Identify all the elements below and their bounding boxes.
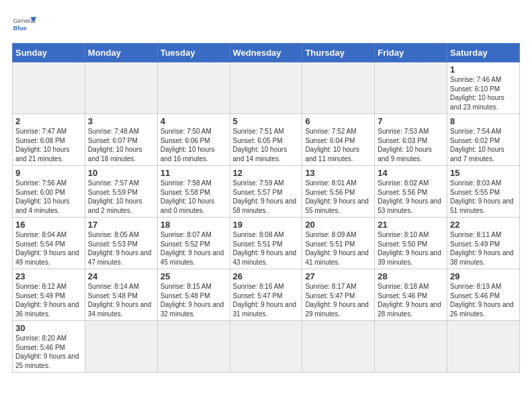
calendar-cell: 14Sunrise: 8:02 AM Sunset: 5:56 PM Dayli… bbox=[375, 166, 447, 218]
svg-text:Blue: Blue bbox=[13, 25, 26, 32]
calendar-cell: 21Sunrise: 8:10 AM Sunset: 5:50 PM Dayli… bbox=[375, 218, 447, 269]
day-info: Sunrise: 8:12 AM Sunset: 5:49 PM Dayligh… bbox=[15, 282, 82, 318]
day-info: Sunrise: 8:15 AM Sunset: 5:48 PM Dayligh… bbox=[161, 282, 227, 318]
calendar-row-1: 2Sunrise: 7:47 AM Sunset: 6:08 PM Daylig… bbox=[13, 114, 520, 166]
day-number: 22 bbox=[450, 220, 517, 230]
day-info: Sunrise: 8:14 AM Sunset: 5:48 PM Dayligh… bbox=[88, 282, 154, 318]
weekday-header-row: SundayMondayTuesdayWednesdayThursdayFrid… bbox=[13, 44, 520, 62]
day-info: Sunrise: 7:56 AM Sunset: 6:00 PM Dayligh… bbox=[15, 179, 82, 215]
day-info: Sunrise: 7:54 AM Sunset: 6:02 PM Dayligh… bbox=[450, 127, 517, 163]
day-number: 26 bbox=[233, 271, 300, 281]
day-info: Sunrise: 8:17 AM Sunset: 5:47 PM Dayligh… bbox=[305, 282, 371, 318]
day-number: 2 bbox=[15, 116, 82, 126]
day-number: 30 bbox=[15, 323, 82, 333]
day-number: 3 bbox=[88, 116, 154, 126]
calendar-cell: 10Sunrise: 7:57 AM Sunset: 5:59 PM Dayli… bbox=[85, 166, 157, 218]
calendar-table: SundayMondayTuesdayWednesdayThursdayFrid… bbox=[12, 43, 520, 373]
day-number: 28 bbox=[378, 271, 444, 281]
calendar-cell: 28Sunrise: 8:18 AM Sunset: 5:46 PM Dayli… bbox=[375, 269, 447, 321]
day-number: 24 bbox=[88, 271, 154, 281]
calendar-cell: 12Sunrise: 7:59 AM Sunset: 5:57 PM Dayli… bbox=[230, 166, 302, 218]
calendar-cell: 4Sunrise: 7:50 AM Sunset: 6:06 PM Daylig… bbox=[157, 114, 230, 166]
weekday-header-sunday: Sunday bbox=[13, 44, 85, 62]
calendar-cell: 9Sunrise: 7:56 AM Sunset: 6:00 PM Daylig… bbox=[13, 166, 85, 218]
day-number: 11 bbox=[161, 168, 227, 178]
day-info: Sunrise: 7:57 AM Sunset: 5:59 PM Dayligh… bbox=[88, 179, 154, 215]
calendar-cell: 7Sunrise: 7:53 AM Sunset: 6:03 PM Daylig… bbox=[375, 114, 447, 166]
weekday-header-saturday: Saturday bbox=[447, 44, 520, 62]
day-info: Sunrise: 8:04 AM Sunset: 5:54 PM Dayligh… bbox=[15, 230, 82, 267]
day-number: 19 bbox=[233, 220, 300, 230]
calendar-cell bbox=[375, 321, 447, 373]
calendar-cell: 19Sunrise: 8:08 AM Sunset: 5:51 PM Dayli… bbox=[230, 218, 302, 269]
day-number: 25 bbox=[161, 271, 227, 281]
calendar-cell: 26Sunrise: 8:16 AM Sunset: 5:47 PM Dayli… bbox=[230, 269, 302, 321]
calendar-row-2: 9Sunrise: 7:56 AM Sunset: 6:00 PM Daylig… bbox=[13, 166, 520, 218]
day-info: Sunrise: 8:16 AM Sunset: 5:47 PM Dayligh… bbox=[233, 282, 300, 318]
day-number: 1 bbox=[450, 64, 517, 75]
day-number: 4 bbox=[161, 116, 227, 126]
calendar-cell bbox=[302, 62, 375, 114]
day-info: Sunrise: 7:59 AM Sunset: 5:57 PM Dayligh… bbox=[233, 179, 300, 215]
day-info: Sunrise: 7:46 AM Sunset: 6:10 PM Dayligh… bbox=[450, 75, 517, 111]
calendar-cell bbox=[230, 62, 302, 114]
day-number: 10 bbox=[88, 168, 154, 178]
logo: General Blue bbox=[12, 12, 36, 36]
calendar-row-0: 1Sunrise: 7:46 AM Sunset: 6:10 PM Daylig… bbox=[13, 62, 520, 114]
day-info: Sunrise: 8:09 AM Sunset: 5:51 PM Dayligh… bbox=[305, 230, 371, 267]
day-number: 18 bbox=[161, 220, 227, 230]
weekday-header-thursday: Thursday bbox=[302, 44, 375, 62]
day-info: Sunrise: 8:18 AM Sunset: 5:46 PM Dayligh… bbox=[378, 282, 444, 318]
day-number: 13 bbox=[305, 168, 371, 178]
calendar-cell bbox=[157, 321, 230, 373]
day-info: Sunrise: 7:51 AM Sunset: 6:05 PM Dayligh… bbox=[233, 127, 300, 163]
weekday-header-friday: Friday bbox=[375, 44, 447, 62]
day-info: Sunrise: 8:07 AM Sunset: 5:52 PM Dayligh… bbox=[161, 230, 227, 267]
calendar-row-4: 23Sunrise: 8:12 AM Sunset: 5:49 PM Dayli… bbox=[13, 269, 520, 321]
day-number: 16 bbox=[15, 220, 82, 230]
calendar-cell bbox=[13, 62, 85, 114]
day-number: 9 bbox=[15, 168, 82, 178]
day-number: 21 bbox=[378, 220, 444, 230]
calendar-cell bbox=[447, 321, 520, 373]
calendar-cell: 15Sunrise: 8:03 AM Sunset: 5:55 PM Dayli… bbox=[447, 166, 520, 218]
day-number: 27 bbox=[305, 271, 371, 281]
calendar-cell: 29Sunrise: 8:19 AM Sunset: 5:46 PM Dayli… bbox=[447, 269, 520, 321]
page: General Blue SundayMondayTuesdayWednesda… bbox=[0, 0, 532, 379]
day-info: Sunrise: 7:52 AM Sunset: 6:04 PM Dayligh… bbox=[305, 127, 371, 163]
calendar-cell: 8Sunrise: 7:54 AM Sunset: 6:02 PM Daylig… bbox=[447, 114, 520, 166]
calendar-cell: 6Sunrise: 7:52 AM Sunset: 6:04 PM Daylig… bbox=[302, 114, 375, 166]
calendar-cell: 18Sunrise: 8:07 AM Sunset: 5:52 PM Dayli… bbox=[157, 218, 230, 269]
day-number: 20 bbox=[305, 220, 371, 230]
day-info: Sunrise: 8:05 AM Sunset: 5:53 PM Dayligh… bbox=[88, 230, 154, 267]
calendar-cell bbox=[375, 62, 447, 114]
day-info: Sunrise: 7:48 AM Sunset: 6:07 PM Dayligh… bbox=[88, 127, 154, 163]
day-info: Sunrise: 7:50 AM Sunset: 6:06 PM Dayligh… bbox=[161, 127, 227, 163]
day-number: 12 bbox=[233, 168, 300, 178]
day-info: Sunrise: 8:03 AM Sunset: 5:55 PM Dayligh… bbox=[450, 179, 517, 215]
weekday-header-wednesday: Wednesday bbox=[230, 44, 302, 62]
day-number: 14 bbox=[378, 168, 444, 178]
day-number: 7 bbox=[378, 116, 444, 126]
calendar-cell: 3Sunrise: 7:48 AM Sunset: 6:07 PM Daylig… bbox=[85, 114, 157, 166]
header: General Blue bbox=[12, 12, 520, 36]
day-info: Sunrise: 7:58 AM Sunset: 5:58 PM Dayligh… bbox=[161, 179, 227, 215]
calendar-cell: 22Sunrise: 8:11 AM Sunset: 5:49 PM Dayli… bbox=[447, 218, 520, 269]
calendar-cell: 13Sunrise: 8:01 AM Sunset: 5:56 PM Dayli… bbox=[302, 166, 375, 218]
weekday-header-tuesday: Tuesday bbox=[157, 44, 230, 62]
calendar-cell: 25Sunrise: 8:15 AM Sunset: 5:48 PM Dayli… bbox=[157, 269, 230, 321]
calendar-cell: 27Sunrise: 8:17 AM Sunset: 5:47 PM Dayli… bbox=[302, 269, 375, 321]
day-info: Sunrise: 8:08 AM Sunset: 5:51 PM Dayligh… bbox=[233, 230, 300, 267]
calendar-cell: 11Sunrise: 7:58 AM Sunset: 5:58 PM Dayli… bbox=[157, 166, 230, 218]
calendar-cell: 17Sunrise: 8:05 AM Sunset: 5:53 PM Dayli… bbox=[85, 218, 157, 269]
calendar-cell bbox=[157, 62, 230, 114]
day-number: 23 bbox=[15, 271, 82, 281]
calendar-cell: 23Sunrise: 8:12 AM Sunset: 5:49 PM Dayli… bbox=[13, 269, 85, 321]
calendar-cell bbox=[302, 321, 375, 373]
calendar-cell: 5Sunrise: 7:51 AM Sunset: 6:05 PM Daylig… bbox=[230, 114, 302, 166]
calendar-cell: 20Sunrise: 8:09 AM Sunset: 5:51 PM Dayli… bbox=[302, 218, 375, 269]
calendar-cell bbox=[85, 62, 157, 114]
day-info: Sunrise: 8:19 AM Sunset: 5:46 PM Dayligh… bbox=[450, 282, 517, 318]
day-info: Sunrise: 8:11 AM Sunset: 5:49 PM Dayligh… bbox=[450, 230, 517, 267]
day-number: 5 bbox=[233, 116, 300, 126]
